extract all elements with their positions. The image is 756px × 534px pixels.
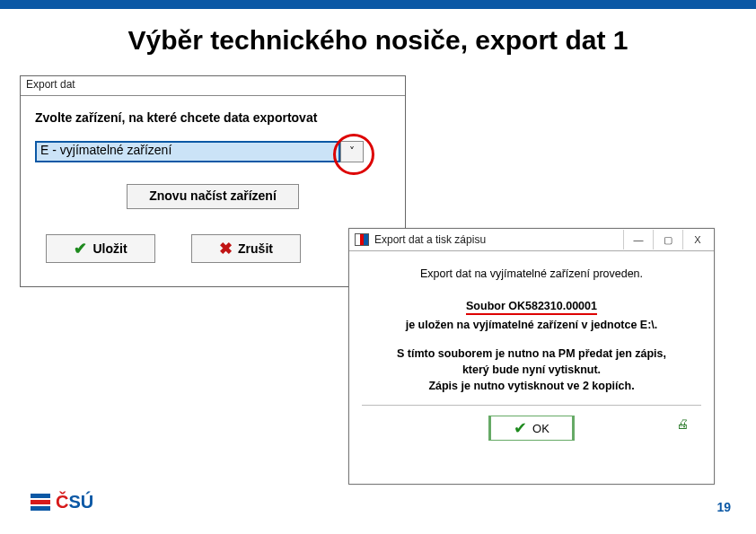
app-icon: [355, 233, 369, 246]
device-combobox-dropdown-button[interactable]: ˅: [340, 141, 364, 162]
result-message-line2: je uložen na vyjímatelné zařízení v jedn…: [362, 319, 701, 331]
save-button-label: Uložit: [92, 241, 127, 256]
result-message-line5: Zápis je nutno vytisknout ve 2 kopiích.: [362, 380, 701, 392]
device-combobox-value[interactable]: E - vyjímatelné zařízení: [35, 141, 340, 162]
result-dialog-title: Export dat a tisk zápisu: [374, 233, 486, 246]
maximize-button[interactable]: ▢: [653, 230, 682, 249]
check-icon: ✔: [514, 420, 527, 436]
minimize-button[interactable]: —: [623, 230, 653, 249]
slide-title: Výběr technického nosiče, export dat 1: [0, 25, 756, 56]
reload-devices-button[interactable]: Znovu načíst zařízení: [127, 184, 299, 209]
close-button[interactable]: X: [682, 230, 712, 249]
ok-button[interactable]: ✔ OK: [488, 416, 575, 441]
result-file-label: Soubor OK582310.00001: [466, 300, 597, 315]
device-combobox[interactable]: E - vyjímatelné zařízení ˅: [35, 141, 367, 164]
logo-letter-rest: SÚ: [68, 492, 93, 512]
printer-icon[interactable]: 🖨: [676, 416, 689, 431]
csu-logo: Č SÚ: [31, 492, 93, 512]
result-message-line1: Export dat na vyjímatelné zařízení prove…: [362, 267, 701, 280]
result-dialog: Export dat a tisk zápisu — ▢ X Export da…: [348, 228, 715, 485]
cross-icon: ✖: [219, 241, 233, 257]
result-dialog-titlebar: Export dat a tisk zápisu — ▢ X: [349, 229, 714, 251]
slide-top-bar: [0, 0, 756, 9]
separator: [362, 405, 701, 406]
export-dialog-prompt: Zvolte zařízení, na které chcete data ex…: [35, 110, 391, 125]
chevron-down-icon: ˅: [349, 145, 355, 158]
ok-button-label: OK: [532, 422, 549, 435]
logo-letter-c: Č: [56, 492, 68, 512]
logo-bars-icon: [31, 494, 50, 511]
cancel-button-label: Zrušit: [238, 241, 273, 256]
cancel-button[interactable]: ✖ Zrušit: [191, 234, 301, 263]
result-message-line3: S tímto souborem je nutno na PM předat j…: [362, 347, 701, 360]
window-controls: — ▢ X: [623, 230, 712, 249]
save-button[interactable]: ✔ Uložit: [46, 234, 155, 263]
export-dialog-titlebar: Export dat: [21, 76, 405, 96]
check-icon: ✔: [74, 241, 87, 257]
page-number: 19: [716, 500, 731, 514]
result-message-line4: který bude nyní vytisknut.: [362, 363, 701, 376]
